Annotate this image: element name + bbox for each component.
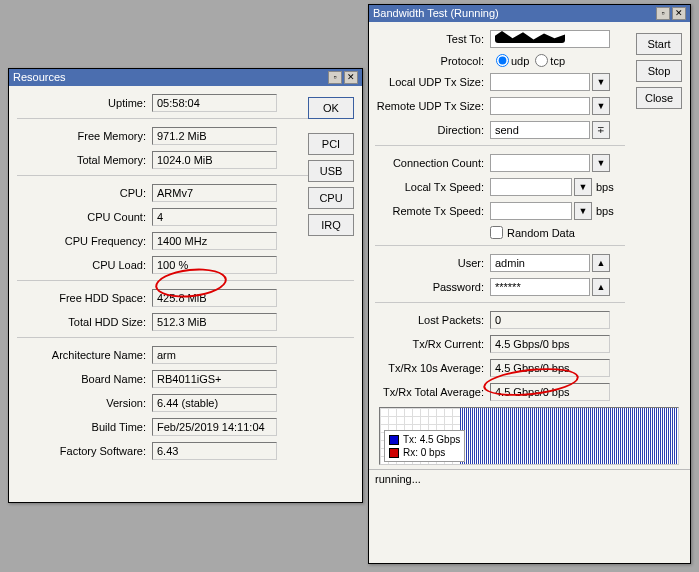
resources-body: OK PCI USB CPU IRQ Uptime:05:58:04 Free … — [9, 86, 362, 474]
udp-radio[interactable] — [496, 54, 509, 67]
version-value: 6.44 (stable) — [152, 394, 277, 412]
tothdd-label: Total HDD Size: — [17, 316, 152, 328]
randomdata-label: Random Data — [507, 227, 575, 239]
lost-label: Lost Packets: — [375, 314, 490, 326]
freemem-value: 971.2 MiB — [152, 127, 277, 145]
chevron-down-icon[interactable]: ▼ — [592, 97, 610, 115]
factory-label: Factory Software: — [17, 445, 152, 457]
txrxtot-label: Tx/Rx Total Average: — [375, 386, 490, 398]
testto-input[interactable] — [490, 30, 610, 48]
testto-label: Test To: — [375, 33, 490, 45]
freehdd-value: 425.8 MiB — [152, 289, 277, 307]
bps-text: bps — [596, 181, 614, 193]
bandwidth-titlebar[interactable]: Bandwidth Test (Running) ▫ ✕ — [369, 5, 690, 22]
cpu-label: CPU: — [17, 187, 152, 199]
uptime-label: Uptime: — [17, 97, 152, 109]
bandwidth-graph: Tx: 4.5 Gbps Rx: 0 bps — [379, 407, 679, 465]
direction-select[interactable]: send — [490, 121, 590, 139]
pci-button[interactable]: PCI — [308, 133, 354, 155]
bandwidth-title: Bandwidth Test (Running) — [373, 5, 499, 22]
remoteudp-label: Remote UDP Tx Size: — [375, 100, 490, 112]
irq-button[interactable]: IRQ — [308, 214, 354, 236]
cpufreq-value: 1400 MHz — [152, 232, 277, 250]
stop-button[interactable]: Stop — [636, 60, 682, 82]
version-label: Version: — [17, 397, 152, 409]
minimize-icon[interactable]: ▫ — [328, 71, 342, 84]
localudp-input[interactable] — [490, 73, 590, 91]
close-icon[interactable]: ✕ — [672, 7, 686, 20]
localudp-label: Local UDP Tx Size: — [375, 76, 490, 88]
cpuload-value: 100 % — [152, 256, 277, 274]
txrxtot-value: 4.5 Gbps/0 bps — [490, 383, 610, 401]
chevron-down-icon[interactable]: ▼ — [592, 154, 610, 172]
remotetx-label: Remote Tx Speed: — [375, 205, 490, 217]
chevron-down-icon[interactable]: ∓ — [592, 121, 610, 139]
minimize-icon[interactable]: ▫ — [656, 7, 670, 20]
legend-tx: Tx: 4.5 Gbps — [403, 434, 460, 445]
txrx10s-value: 4.5 Gbps/0 bps — [490, 359, 610, 377]
chevron-up-icon[interactable]: ▲ — [592, 278, 610, 296]
totmem-value: 1024.0 MiB — [152, 151, 277, 169]
resources-window: Resources ▫ ✕ OK PCI USB CPU IRQ Uptime:… — [8, 68, 363, 503]
bps-text: bps — [596, 205, 614, 217]
cpu-button[interactable]: CPU — [308, 187, 354, 209]
chevron-down-icon[interactable]: ▼ — [574, 202, 592, 220]
board-label: Board Name: — [17, 373, 152, 385]
bandwidth-window: Bandwidth Test (Running) ▫ ✕ Start Stop … — [368, 4, 691, 564]
cpucount-label: CPU Count: — [17, 211, 152, 223]
board-value: RB4011iGS+ — [152, 370, 277, 388]
remotetx-input[interactable] — [490, 202, 572, 220]
cpucount-value: 4 — [152, 208, 277, 226]
txrxcur-label: Tx/Rx Current: — [375, 338, 490, 350]
redacted-icon — [495, 31, 565, 43]
tothdd-value: 512.3 MiB — [152, 313, 277, 331]
localtx-input[interactable] — [490, 178, 572, 196]
direction-label: Direction: — [375, 124, 490, 136]
conncount-input[interactable] — [490, 154, 590, 172]
txrxcur-value: 4.5 Gbps/0 bps — [490, 335, 610, 353]
password-input[interactable]: ****** — [490, 278, 590, 296]
udp-text: udp — [511, 55, 529, 67]
legend-rx: Rx: 0 bps — [403, 447, 445, 458]
cpuload-label: CPU Load: — [17, 259, 152, 271]
lost-value: 0 — [490, 311, 610, 329]
arch-value: arm — [152, 346, 277, 364]
ok-button[interactable]: OK — [308, 97, 354, 119]
conncount-label: Connection Count: — [375, 157, 490, 169]
graph-legend: Tx: 4.5 Gbps Rx: 0 bps — [384, 430, 465, 462]
tcp-text: tcp — [550, 55, 565, 67]
status-text: running... — [369, 469, 690, 488]
chevron-down-icon[interactable]: ▼ — [574, 178, 592, 196]
cpu-value: ARMv7 — [152, 184, 277, 202]
uptime-value: 05:58:04 — [152, 94, 277, 112]
rx-swatch-icon — [389, 448, 399, 458]
resources-title: Resources — [13, 69, 66, 86]
chevron-down-icon[interactable]: ▼ — [592, 73, 610, 91]
buildtime-value: Feb/25/2019 14:11:04 — [152, 418, 277, 436]
tx-swatch-icon — [389, 435, 399, 445]
chevron-up-icon[interactable]: ▲ — [592, 254, 610, 272]
remoteudp-input[interactable] — [490, 97, 590, 115]
localtx-label: Local Tx Speed: — [375, 181, 490, 193]
usb-button[interactable]: USB — [308, 160, 354, 182]
user-label: User: — [375, 257, 490, 269]
user-input[interactable]: admin — [490, 254, 590, 272]
buildtime-label: Build Time: — [17, 421, 152, 433]
randomdata-checkbox[interactable] — [490, 226, 503, 239]
start-button[interactable]: Start — [636, 33, 682, 55]
factory-value: 6.43 — [152, 442, 277, 460]
tcp-radio[interactable] — [535, 54, 548, 67]
graph-fill — [460, 408, 678, 464]
totmem-label: Total Memory: — [17, 154, 152, 166]
txrx10s-label: Tx/Rx 10s Average: — [375, 362, 490, 374]
arch-label: Architecture Name: — [17, 349, 152, 361]
freehdd-label: Free HDD Space: — [17, 292, 152, 304]
freemem-label: Free Memory: — [17, 130, 152, 142]
bandwidth-body: Start Stop Close Test To: Protocol: udp … — [369, 22, 690, 469]
cpufreq-label: CPU Frequency: — [17, 235, 152, 247]
close-button[interactable]: Close — [636, 87, 682, 109]
close-icon[interactable]: ✕ — [344, 71, 358, 84]
password-label: Password: — [375, 281, 490, 293]
resources-titlebar[interactable]: Resources ▫ ✕ — [9, 69, 362, 86]
protocol-label: Protocol: — [375, 55, 490, 67]
